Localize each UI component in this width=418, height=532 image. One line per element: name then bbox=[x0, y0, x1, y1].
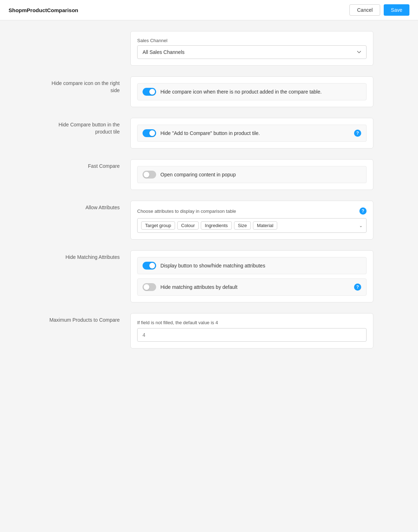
hide-compare-icon-toggle[interactable] bbox=[143, 88, 156, 96]
hide-matching-content: Display button to show/hide matching att… bbox=[130, 250, 373, 302]
sales-channel-content: Sales Channel All Sales Channels bbox=[130, 31, 373, 66]
fast-compare-row: Open comparing content in popup bbox=[137, 166, 367, 183]
sales-channel-section-label bbox=[45, 31, 130, 35]
header-actions: Cancel Save bbox=[349, 4, 409, 16]
hide-compare-icon-row: Hide compare icon when there is no produ… bbox=[137, 83, 367, 100]
hide-compare-icon-section: Hide compare icon on the right side Hide… bbox=[45, 76, 373, 107]
allow-attributes-section: Allow Attributes Choose attributes to di… bbox=[45, 201, 373, 240]
attributes-header-text: Choose attributes to display in comparis… bbox=[137, 209, 236, 214]
hide-compare-icon-label: Hide compare icon on the right side bbox=[45, 76, 130, 94]
allow-attributes-label: Allow Attributes bbox=[45, 201, 130, 211]
sales-channel-label: Sales Channel bbox=[137, 38, 367, 43]
help-icon[interactable]: ? bbox=[354, 130, 361, 137]
toggle-slider bbox=[143, 129, 156, 137]
sales-channel-section: Sales Channel All Sales Channels bbox=[45, 31, 373, 66]
hide-add-to-compare-row: Hide "Add to Compare" button in product … bbox=[137, 125, 367, 142]
hide-add-to-compare-text: Hide "Add to Compare" button in product … bbox=[160, 130, 350, 136]
display-show-hide-text: Display button to show/hide matching att… bbox=[160, 263, 361, 268]
allow-attributes-content: Choose attributes to display in comparis… bbox=[130, 201, 373, 240]
tag-target-group: Target group bbox=[141, 221, 175, 230]
tag-colour: Colour bbox=[177, 221, 199, 230]
hide-matching-default-toggle[interactable] bbox=[143, 283, 156, 291]
hide-matching-default-row: Hide matching attributes by default ? bbox=[137, 278, 367, 296]
main-content: Sales Channel All Sales Channels Hide co… bbox=[38, 20, 380, 370]
attributes-select[interactable]: Target group Colour Ingredients Size Mat… bbox=[137, 218, 367, 233]
fast-compare-content: Open comparing content in popup bbox=[130, 159, 373, 190]
hide-compare-button-section: Hide Compare button in the product tile … bbox=[45, 118, 373, 149]
display-show-hide-row: Display button to show/hide matching att… bbox=[137, 257, 367, 274]
max-products-content: If field is not filled, the default valu… bbox=[130, 313, 373, 348]
field-hint: If field is not filled, the default valu… bbox=[137, 320, 367, 325]
toggle-slider bbox=[143, 283, 156, 291]
fast-compare-toggle[interactable] bbox=[143, 171, 156, 179]
hide-compare-icon-text: Hide compare icon when there is no produ… bbox=[160, 89, 361, 95]
cancel-button[interactable]: Cancel bbox=[349, 4, 380, 16]
max-products-section: Maximum Products to Compare If field is … bbox=[45, 313, 373, 348]
hide-matching-help-icon[interactable]: ? bbox=[354, 283, 361, 291]
save-button[interactable]: Save bbox=[384, 4, 409, 16]
max-products-label: Maximum Products to Compare bbox=[45, 313, 130, 324]
attributes-header: Choose attributes to display in comparis… bbox=[137, 207, 367, 215]
hide-matching-section: Hide Matching Attributes Display button … bbox=[45, 250, 373, 302]
chevron-down-icon: ⌄ bbox=[359, 223, 363, 228]
toggle-slider bbox=[143, 88, 156, 96]
max-products-input[interactable] bbox=[137, 328, 367, 342]
app-header: ShopmProductComparison Cancel Save bbox=[0, 0, 418, 20]
sales-channel-dropdown[interactable]: All Sales Channels bbox=[137, 45, 367, 59]
app-title: ShopmProductComparison bbox=[9, 7, 78, 13]
fast-compare-text: Open comparing content in popup bbox=[160, 172, 361, 177]
tag-size: Size bbox=[234, 221, 251, 230]
hide-compare-icon-content: Hide compare icon when there is no produ… bbox=[130, 76, 373, 107]
fast-compare-section: Fast Compare Open comparing content in p… bbox=[45, 159, 373, 190]
tag-material: Material bbox=[253, 221, 277, 230]
hide-matching-label: Hide Matching Attributes bbox=[45, 250, 130, 261]
fast-compare-label: Fast Compare bbox=[45, 159, 130, 170]
display-show-hide-toggle[interactable] bbox=[143, 262, 156, 270]
hide-add-to-compare-toggle[interactable] bbox=[143, 129, 156, 137]
hide-compare-button-content: Hide "Add to Compare" button in product … bbox=[130, 118, 373, 149]
toggle-slider bbox=[143, 262, 156, 270]
toggle-slider bbox=[143, 171, 156, 179]
hide-compare-button-label: Hide Compare button in the product tile bbox=[45, 118, 130, 135]
hide-matching-default-text: Hide matching attributes by default bbox=[160, 284, 350, 290]
tag-ingredients: Ingredients bbox=[201, 221, 232, 230]
attributes-help-icon[interactable]: ? bbox=[359, 207, 367, 215]
